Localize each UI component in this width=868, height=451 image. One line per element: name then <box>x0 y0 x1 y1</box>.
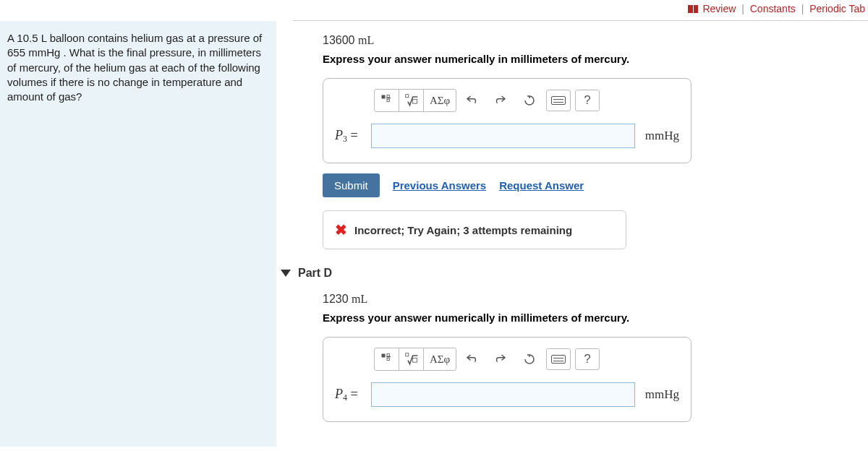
redo-button[interactable] <box>488 348 513 370</box>
part-c-instruction: Express your answer numerically in milli… <box>323 53 868 65</box>
periodic-table-link[interactable]: Periodic Tab <box>809 3 865 14</box>
keyboard-icon <box>551 96 566 105</box>
reset-icon <box>523 353 536 366</box>
feedback-text: Incorrect; Try Again; 3 attempts remaini… <box>354 224 572 236</box>
svg-rect-0 <box>381 95 385 99</box>
part-d-title: Part D <box>298 267 332 280</box>
review-link[interactable]: Review <box>702 3 736 14</box>
templates-button[interactable] <box>375 348 399 370</box>
greek-letters-button[interactable]: ΑΣφ <box>424 90 456 111</box>
templates-button[interactable] <box>375 90 399 111</box>
part-c-given-units: mL <box>358 34 374 46</box>
main-content: 13600 mL Express your answer numerically… <box>276 21 868 447</box>
part-d-given-value: 1230 <box>323 293 349 305</box>
undo-button[interactable] <box>459 90 484 111</box>
math-symbols-button[interactable] <box>399 348 424 370</box>
reset-button[interactable] <box>517 348 542 370</box>
undo-icon <box>465 94 478 107</box>
constants-link[interactable]: Constants <box>750 3 796 14</box>
svg-rect-2 <box>387 99 389 101</box>
redo-button[interactable] <box>488 90 513 111</box>
part-c-unit: mmHg <box>645 129 679 143</box>
part-d-variable: P4 = <box>335 387 371 403</box>
incorrect-icon: ✖ <box>335 221 347 239</box>
part-d-answer-box: ΑΣφ ? P4 = <box>323 337 692 422</box>
keyboard-button[interactable] <box>546 348 571 370</box>
keyboard-icon <box>551 355 566 364</box>
separator: | <box>801 3 804 14</box>
svg-rect-7 <box>387 354 389 356</box>
keyboard-button[interactable] <box>546 90 571 111</box>
equation-toolbar: ΑΣφ ? <box>374 89 679 112</box>
template-icon <box>380 352 394 366</box>
undo-icon <box>465 353 478 366</box>
radical-icon <box>404 352 419 366</box>
template-icon <box>380 93 394 108</box>
redo-icon <box>494 353 507 366</box>
separator: | <box>741 3 744 14</box>
reset-button[interactable] <box>517 90 542 111</box>
part-c-variable: P3 = <box>335 128 371 145</box>
submit-button[interactable]: Submit <box>323 173 380 197</box>
feedback-box: ✖ Incorrect; Try Again; 3 attempts remai… <box>323 210 626 249</box>
svg-rect-6 <box>381 354 385 358</box>
previous-answers-link[interactable]: Previous Answers <box>393 179 487 192</box>
part-d-given-units: mL <box>352 293 367 305</box>
svg-rect-8 <box>387 358 389 360</box>
equation-toolbar: ΑΣφ ? <box>374 348 679 371</box>
svg-rect-1 <box>387 95 389 98</box>
part-d-unit: mmHg <box>645 387 679 402</box>
part-c-given-value: 13600 <box>323 34 355 46</box>
reset-icon <box>523 94 536 107</box>
part-c-answer-box: ΑΣφ ? P3 = <box>323 78 692 163</box>
collapse-caret-icon[interactable] <box>281 270 291 277</box>
part-d-answer-input[interactable] <box>371 382 635 407</box>
question-panel: A 10.5 L balloon contains helium gas at … <box>0 21 276 447</box>
help-button[interactable]: ? <box>575 348 600 370</box>
svg-rect-5 <box>412 99 417 103</box>
part-d-instruction: Express your answer numerically in milli… <box>323 312 868 324</box>
greek-letters-button[interactable]: ΑΣφ <box>424 348 456 370</box>
svg-rect-4 <box>405 95 408 98</box>
book-icon <box>688 5 698 13</box>
help-button[interactable]: ? <box>575 90 600 111</box>
math-symbols-button[interactable] <box>399 90 424 111</box>
redo-icon <box>494 94 507 107</box>
radical-icon <box>404 93 419 108</box>
svg-rect-10 <box>405 353 408 356</box>
question-text: A 10.5 L balloon contains helium gas at … <box>7 32 262 103</box>
svg-rect-11 <box>412 358 417 362</box>
request-answer-link[interactable]: Request Answer <box>499 179 584 192</box>
undo-button[interactable] <box>459 348 484 370</box>
part-c-answer-input[interactable] <box>371 124 635 148</box>
